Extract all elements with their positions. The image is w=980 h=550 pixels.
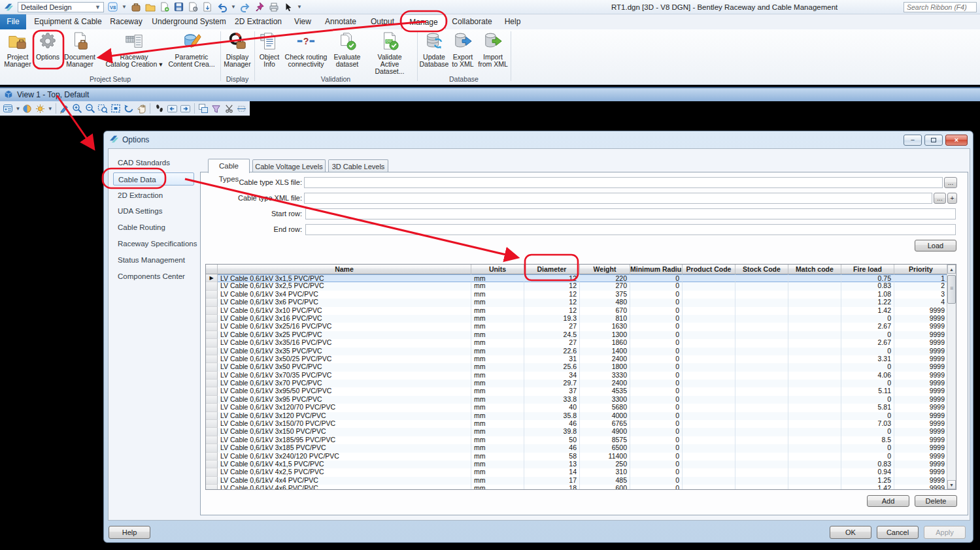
chevron-down-icon[interactable]: ▼ xyxy=(231,4,236,10)
cell-minimum-radius[interactable]: 0 xyxy=(630,444,683,452)
tab-collaborate[interactable]: Collaborate xyxy=(448,14,496,29)
row-selector[interactable] xyxy=(206,348,218,355)
cell-name[interactable]: LV Cable 0,6/1kV 4x6 PVC/PVC xyxy=(218,485,471,490)
save-settings-icon[interactable] xyxy=(188,1,199,12)
cell-priority[interactable]: 9999 xyxy=(894,331,948,339)
cell-minimum-radius[interactable]: 0 xyxy=(630,412,683,420)
cell-units[interactable]: mm xyxy=(471,453,524,461)
column-header-minimum-radius[interactable]: Minimum Radius xyxy=(630,265,683,274)
evaluate-dataset-button[interactable]: Evaluate dataset xyxy=(331,31,363,74)
cell-units[interactable]: mm xyxy=(471,387,524,395)
cell-product-code[interactable] xyxy=(683,291,735,299)
cell-weight[interactable]: 4535 xyxy=(580,387,630,395)
cell-units[interactable]: mm xyxy=(471,291,524,299)
tab-underground-system[interactable]: Underground System xyxy=(152,14,226,29)
cell-match-code[interactable] xyxy=(788,428,841,436)
redo-icon[interactable] xyxy=(239,1,250,12)
row-selector[interactable] xyxy=(206,453,218,461)
cell-units[interactable]: mm xyxy=(471,468,524,476)
cell-weight[interactable]: 810 xyxy=(580,315,630,323)
cell-priority[interactable]: 9999 xyxy=(894,428,948,436)
grid-row-4[interactable]: LV Cable 0,6/1kV 3x10 PVC/PVCmm1267001.4… xyxy=(206,307,956,315)
cell-name[interactable]: LV Cable 0,6/1kV 3x10 PVC/PVC xyxy=(218,307,471,315)
cell-match-code[interactable] xyxy=(788,396,841,404)
minimize-button[interactable]: − xyxy=(904,135,922,146)
cell-stock-code[interactable] xyxy=(735,453,788,461)
cell-stock-code[interactable] xyxy=(735,477,788,485)
cell-minimum-radius[interactable]: 0 xyxy=(630,323,683,331)
cell-weight[interactable]: 1860 xyxy=(580,339,630,347)
column-header-weight[interactable]: Weight xyxy=(580,265,630,274)
print-icon[interactable] xyxy=(268,1,279,12)
row-selector[interactable] xyxy=(206,461,218,468)
column-header-stock-code[interactable]: Stock Code xyxy=(735,265,788,274)
cell-fire-load[interactable]: 1.25 xyxy=(841,477,894,485)
cell-minimum-radius[interactable]: 0 xyxy=(630,348,683,355)
cell-diameter[interactable]: 12 xyxy=(524,291,580,299)
cell-name[interactable]: LV Cable 0,6/1kV 3x35/16 PVC/PVC xyxy=(218,339,471,347)
cell-weight[interactable]: 5680 xyxy=(580,404,630,412)
cell-units[interactable]: mm xyxy=(471,348,524,355)
check-routing-connectivity-button[interactable]: ? Check routing connectivity xyxy=(282,31,329,74)
cell-priority[interactable]: 9999 xyxy=(894,468,948,476)
document-manager-button[interactable]: Document Manager xyxy=(63,31,97,74)
cell-minimum-radius[interactable]: 0 xyxy=(630,380,683,387)
cell-weight[interactable]: 4000 xyxy=(580,412,630,420)
grid-row-25[interactable]: LV Cable 0,6/1kV 4x4 PVC/PVCmm1748501.25… xyxy=(206,477,956,485)
cell-fire-load[interactable]: 5.11 xyxy=(841,387,894,395)
apply-button[interactable]: Apply xyxy=(924,526,966,539)
xml-browse-button[interactable]: ... xyxy=(934,193,946,204)
tab-output[interactable]: Output xyxy=(365,14,400,29)
cell-minimum-radius[interactable]: 0 xyxy=(630,363,683,371)
cell-fire-load[interactable]: 0 xyxy=(841,380,894,387)
cell-units[interactable]: mm xyxy=(471,315,524,323)
v8-file-icon[interactable]: V8 xyxy=(107,1,118,12)
brightness-icon[interactable] xyxy=(35,103,46,114)
cell-product-code[interactable] xyxy=(683,477,735,485)
cell-units[interactable]: mm xyxy=(471,396,524,404)
row-selector[interactable] xyxy=(206,339,218,347)
grid-row-19[interactable]: LV Cable 0,6/1kV 3x150 PVC/PVCmm39.84900… xyxy=(206,428,956,436)
cell-minimum-radius[interactable]: 0 xyxy=(630,307,683,315)
cell-stock-code[interactable] xyxy=(735,323,788,331)
cell-diameter[interactable]: 13 xyxy=(524,461,580,468)
grid-row-14[interactable]: LV Cable 0,6/1kV 3x95/50 PVC/PVCmm374535… xyxy=(206,387,956,395)
grid-row-7[interactable]: LV Cable 0,6/1kV 3x25 PVC/PVCmm24.513000… xyxy=(206,331,956,339)
add-button[interactable]: Add xyxy=(867,495,909,507)
grid-row-9[interactable]: LV Cable 0,6/1kV 3x35 PVC/PVCmm22.614000… xyxy=(206,348,956,355)
cell-name[interactable]: LV Cable 0,6/1kV 4x2,5 PVC/PVC xyxy=(218,468,471,476)
tab-3d-cable-levels[interactable]: 3D Cable Levels xyxy=(328,159,388,172)
cell-weight[interactable]: 220 xyxy=(580,274,630,282)
cell-units[interactable]: mm xyxy=(471,380,524,387)
cell-product-code[interactable] xyxy=(683,323,735,331)
close-button[interactable]: × xyxy=(945,135,968,146)
row-selector[interactable] xyxy=(206,412,218,420)
row-selector[interactable] xyxy=(206,380,218,387)
cell-weight[interactable]: 11400 xyxy=(580,453,630,461)
cell-minimum-radius[interactable]: 0 xyxy=(630,420,683,428)
grid-row-6[interactable]: LV Cable 0,6/1kV 3x25/16 PVC/PVCmm271630… xyxy=(206,323,956,331)
cell-match-code[interactable] xyxy=(788,372,841,380)
cell-fire-load[interactable]: 3.31 xyxy=(841,355,894,363)
row-selector[interactable]: ▶ xyxy=(206,274,218,282)
zoom-in-icon[interactable] xyxy=(72,103,83,114)
sidebar-item-status-management[interactable]: Status Management xyxy=(113,253,199,267)
cell-match-code[interactable] xyxy=(788,307,841,315)
grid-row-2[interactable]: LV Cable 0,6/1kV 3x4 PVC/PVCmm1237501.08… xyxy=(206,291,956,299)
view-next-icon[interactable] xyxy=(180,103,191,114)
cell-fire-load[interactable]: 7.03 xyxy=(841,420,894,428)
cell-units[interactable]: mm xyxy=(471,404,524,412)
cell-match-code[interactable] xyxy=(788,339,841,347)
cell-name[interactable]: LV Cable 0,6/1kV 3x150/70 PVC/PVC xyxy=(218,420,471,428)
cell-units[interactable]: mm xyxy=(471,436,524,444)
cell-match-code[interactable] xyxy=(788,387,841,395)
column-header-units[interactable]: Units xyxy=(471,265,524,274)
cell-units[interactable]: mm xyxy=(471,461,524,468)
cell-diameter[interactable]: 37 xyxy=(524,387,580,395)
row-selector[interactable] xyxy=(206,299,218,306)
cell-units[interactable]: mm xyxy=(471,444,524,452)
grid-row-11[interactable]: LV Cable 0,6/1kV 3x50 PVC/PVCmm25.618000… xyxy=(206,363,956,371)
cell-fire-load[interactable]: 1.22 xyxy=(841,299,894,306)
cell-units[interactable]: mm xyxy=(471,307,524,315)
cell-fire-load[interactable]: 0 xyxy=(841,453,894,461)
